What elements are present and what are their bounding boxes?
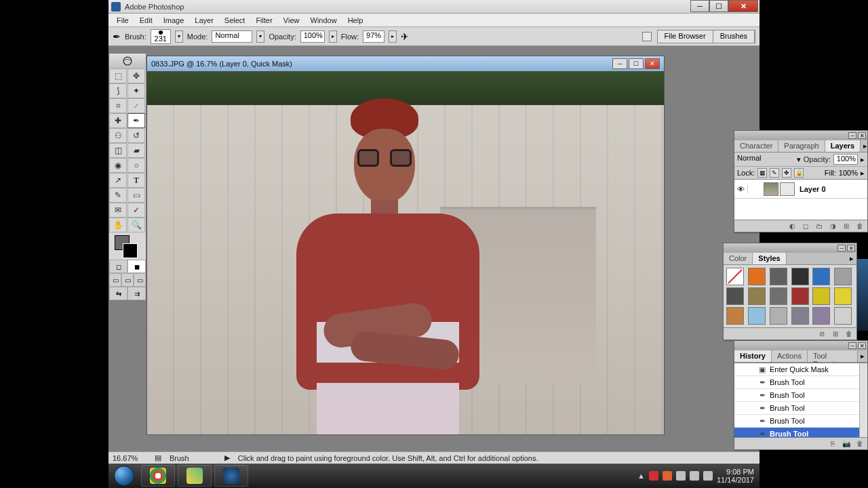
tray-network-icon[interactable]: [690, 471, 699, 481]
tab-actions[interactable]: Actions: [772, 350, 808, 362]
history-item[interactable]: ▣Enter Quick Mask: [734, 363, 867, 376]
lock-transparency-icon[interactable]: ▦: [757, 168, 767, 178]
tab-layers[interactable]: Layers: [825, 140, 861, 152]
lock-image-icon[interactable]: ✎: [770, 168, 779, 178]
history-palette[interactable]: ─✕ History Actions Tool Presets ▸ ▣Enter…: [734, 340, 868, 450]
healing-tool-icon[interactable]: ✚: [109, 113, 127, 128]
tray-icon[interactable]: [676, 471, 686, 481]
brush-preset-picker[interactable]: 231: [151, 29, 171, 44]
menu-filter[interactable]: Filter: [250, 15, 277, 26]
blend-mode-select[interactable]: Normal: [737, 154, 794, 165]
opacity-arrow-icon[interactable]: ▸: [329, 30, 337, 43]
lasso-tool-icon[interactable]: ⟆: [109, 83, 127, 98]
shape-tool-icon[interactable]: ▭: [127, 188, 145, 203]
style-swatch[interactable]: [770, 287, 787, 305]
style-swatch[interactable]: [791, 287, 809, 305]
history-item[interactable]: ✒Brush Tool: [734, 415, 867, 428]
layer-mask-thumbnail[interactable]: [780, 182, 795, 196]
tray-chevron-icon[interactable]: ▲: [637, 472, 645, 480]
lock-position-icon[interactable]: ✥: [782, 168, 791, 178]
system-tray[interactable]: ▲ 9:08 PM 11/14/2017: [637, 468, 760, 484]
history-item[interactable]: ✒Brush Tool: [734, 376, 867, 389]
history-item[interactable]: ✒Brush Tool: [734, 389, 867, 402]
palette-minimize-icon[interactable]: ─: [848, 342, 856, 349]
menu-layer[interactable]: Layer: [189, 15, 219, 26]
tray-icon[interactable]: [663, 471, 672, 481]
tab-paragraph[interactable]: Paragraph: [778, 140, 825, 152]
taskbar-chrome[interactable]: [141, 465, 175, 487]
menu-edit[interactable]: Edit: [134, 15, 158, 26]
layer-name[interactable]: Layer 0: [797, 185, 826, 193]
fill-arrow-icon[interactable]: ▸: [861, 169, 865, 178]
blend-dropdown-icon[interactable]: ▾: [797, 155, 801, 164]
tab-tool-presets[interactable]: Tool Presets: [808, 350, 858, 362]
style-swatch[interactable]: [726, 307, 744, 325]
layer-style-icon[interactable]: ◐: [787, 222, 797, 231]
tray-clock[interactable]: 9:08 PM 11/14/2017: [717, 468, 754, 484]
tab-file-browser[interactable]: File Browser: [658, 30, 713, 43]
style-swatch[interactable]: [791, 307, 809, 325]
zoom-tool-icon[interactable]: 🔍: [127, 218, 145, 232]
taskbar-notes[interactable]: [178, 465, 212, 487]
window-maximize-button[interactable]: ☐: [709, 0, 728, 12]
palette-menu-icon[interactable]: ▸: [858, 350, 867, 362]
history-brush-tool-icon[interactable]: ↺: [127, 128, 145, 143]
slice-tool-icon[interactable]: ⟋: [127, 98, 145, 113]
fill-input[interactable]: 100%: [839, 169, 858, 177]
delete-layer-icon[interactable]: 🗑: [855, 222, 865, 231]
tray-icon[interactable]: [649, 471, 658, 481]
flow-input[interactable]: 97%: [363, 30, 384, 43]
doc-maximize-button[interactable]: ☐: [629, 58, 644, 69]
flow-arrow-icon[interactable]: ▸: [389, 30, 397, 43]
opacity-input[interactable]: 100%: [300, 30, 325, 43]
eyedropper-tool-icon[interactable]: ✓: [127, 203, 145, 218]
layers-palette[interactable]: ─✕ Character Paragraph Layers ▸ Normal ▾…: [734, 130, 868, 232]
eraser-tool-icon[interactable]: ◫: [109, 143, 127, 158]
start-button[interactable]: [108, 464, 140, 488]
path-tool-icon[interactable]: ↗: [109, 173, 127, 188]
new-style-icon[interactable]: ⊞: [831, 329, 840, 339]
palette-close-icon[interactable]: ✕: [847, 245, 855, 251]
screen-standard-icon[interactable]: ▭: [109, 273, 121, 287]
style-swatch[interactable]: [812, 287, 830, 305]
marquee-tool-icon[interactable]: ⬚: [109, 68, 127, 83]
menu-file[interactable]: File: [111, 15, 134, 26]
layer-mask-add-icon[interactable]: ◻: [801, 222, 810, 231]
taskbar-photoshop[interactable]: [214, 465, 248, 487]
layer-set-icon[interactable]: 🗀: [814, 222, 824, 231]
tab-history[interactable]: History: [734, 350, 772, 362]
tray-volume-icon[interactable]: [703, 471, 713, 481]
history-list[interactable]: ▣Enter Quick Mask✒Brush Tool✒Brush Tool✒…: [734, 363, 867, 437]
delete-style-icon[interactable]: 🗑: [844, 329, 854, 339]
palette-menu-icon[interactable]: ▸: [847, 253, 856, 264]
doc-minimize-button[interactable]: ─: [612, 58, 627, 69]
palette-close-icon[interactable]: ✕: [858, 342, 866, 349]
jump-to-icon[interactable]: ⇆: [109, 287, 127, 300]
mode-dropdown-icon[interactable]: ▾: [256, 30, 264, 43]
styles-palette[interactable]: ─✕ Color Styles ▸ ⊘ ⊞ 🗑: [723, 243, 857, 340]
screen-full-menu-icon[interactable]: ▭: [121, 273, 134, 287]
tab-character[interactable]: Character: [734, 140, 778, 152]
document-title-bar[interactable]: 0833.JPG @ 16.7% (Layer 0, Quick Mask) ─…: [147, 56, 664, 71]
menu-image[interactable]: Image: [158, 15, 190, 26]
type-tool-icon[interactable]: T: [127, 173, 145, 188]
style-swatch[interactable]: [834, 268, 852, 285]
status-doc-icon[interactable]: ▤: [155, 453, 161, 462]
gradient-tool-icon[interactable]: ▰: [127, 143, 145, 158]
history-item[interactable]: ✒Brush Tool: [734, 402, 867, 415]
tab-brushes[interactable]: Brushes: [713, 30, 755, 43]
dodge-tool-icon[interactable]: ○: [127, 158, 145, 173]
tab-color[interactable]: Color: [724, 253, 753, 264]
history-item[interactable]: ✒Brush Tool: [734, 428, 867, 437]
background-color[interactable]: [123, 243, 138, 258]
blur-tool-icon[interactable]: ◉: [109, 158, 127, 173]
layer-list[interactable]: 👁 Layer 0: [734, 179, 867, 220]
menu-window[interactable]: Window: [305, 15, 342, 26]
delete-state-icon[interactable]: 🗑: [855, 439, 865, 449]
style-swatch[interactable]: [748, 287, 766, 305]
palette-minimize-icon[interactable]: ─: [848, 132, 856, 139]
color-swatches[interactable]: [109, 232, 146, 260]
menu-select[interactable]: Select: [219, 15, 251, 26]
style-none-icon[interactable]: ⊘: [817, 329, 827, 339]
brush-tool-selected-icon[interactable]: ✒: [127, 113, 145, 128]
